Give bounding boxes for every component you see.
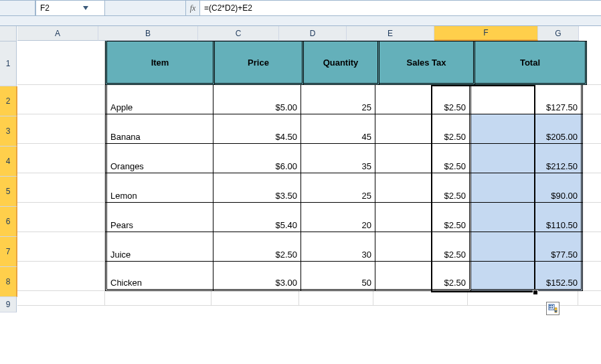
cell-F7[interactable]: $77.50 <box>471 232 583 262</box>
autofill-options-button[interactable] <box>546 302 560 315</box>
cell-A4[interactable] <box>17 144 105 173</box>
svg-rect-1 <box>549 305 551 306</box>
row-header-5[interactable]: 5 <box>0 177 17 207</box>
cell-A2[interactable] <box>17 85 105 114</box>
cell-B2[interactable]: Apple <box>105 85 213 114</box>
formula-input[interactable] <box>200 1 601 15</box>
cell-A8[interactable] <box>17 262 105 291</box>
name-box-value: F2 <box>40 3 70 13</box>
cell-E4[interactable]: $2.50 <box>375 144 471 173</box>
cell-B8[interactable]: Chicken <box>105 262 213 291</box>
cell-C2[interactable]: $5.00 <box>213 85 301 114</box>
col-header-B[interactable]: B <box>98 26 198 41</box>
cell-F6[interactable]: $110.50 <box>471 203 583 232</box>
cell-D6[interactable]: 20 <box>301 203 375 232</box>
cell-D3[interactable]: 45 <box>301 114 375 144</box>
fill-handle[interactable] <box>533 290 538 295</box>
cell-B1[interactable]: Item <box>105 41 215 85</box>
cell-G4[interactable] <box>583 144 601 173</box>
name-box-dropdown-icon[interactable] <box>70 3 100 13</box>
cell-C3[interactable]: $4.50 <box>213 114 301 144</box>
cell-B5[interactable]: Lemon <box>105 173 213 203</box>
cell-G9[interactable] <box>578 291 601 306</box>
cell-E9[interactable] <box>373 291 468 306</box>
cell-G8[interactable] <box>583 262 601 291</box>
name-box[interactable]: F2 <box>35 1 105 15</box>
cell-D1[interactable]: Quantity <box>304 41 379 85</box>
formula-bar: F2 fx <box>0 1 601 16</box>
svg-rect-2 <box>551 305 553 306</box>
cell-D8[interactable]: 50 <box>301 262 375 291</box>
cell-F3[interactable]: $205.00 <box>471 114 583 144</box>
row-header-2[interactable]: 2 <box>0 86 17 116</box>
cell-A3[interactable] <box>17 114 105 144</box>
cell-G7[interactable] <box>583 232 601 262</box>
cell-A1[interactable] <box>17 41 105 85</box>
cell-E7[interactable]: $2.50 <box>375 232 471 262</box>
cell-E5[interactable]: $2.50 <box>375 173 471 203</box>
cell-D2[interactable]: 25 <box>301 85 375 114</box>
cell-F4[interactable]: $212.50 <box>471 144 583 173</box>
cell-E2[interactable]: $2.50 <box>375 85 471 114</box>
cell-A6[interactable] <box>17 203 105 232</box>
cell-B4[interactable]: Oranges <box>105 144 213 173</box>
col-header-A[interactable]: A <box>17 26 98 41</box>
cell-D9[interactable] <box>299 291 373 306</box>
cell-G2[interactable] <box>583 85 601 114</box>
cell-C1[interactable]: Price <box>215 41 304 85</box>
cell-C9[interactable] <box>211 291 299 306</box>
autofill-options-icon <box>548 304 557 313</box>
cell-A9[interactable] <box>17 291 105 306</box>
col-header-E[interactable]: E <box>347 26 434 41</box>
row-header-9[interactable]: 9 <box>0 297 17 312</box>
cell-A5[interactable] <box>17 173 105 203</box>
row-header-7[interactable]: 7 <box>0 237 17 267</box>
row-header-8[interactable]: 8 <box>0 267 17 297</box>
cell-F5[interactable]: $90.00 <box>471 173 583 203</box>
cell-E1[interactable]: Sales Tax <box>379 41 475 85</box>
cell-C4[interactable]: $6.00 <box>213 144 301 173</box>
cell-G5[interactable] <box>583 173 601 203</box>
select-all-corner[interactable] <box>0 26 17 41</box>
svg-rect-3 <box>549 307 551 308</box>
cell-B7[interactable]: Juice <box>105 232 213 262</box>
cell-G3[interactable] <box>583 114 601 144</box>
cell-F2[interactable]: $127.50 <box>471 85 583 114</box>
spreadsheet-grid[interactable]: 1 2 3 4 5 6 7 8 9 A B C D E F G <box>0 26 601 312</box>
col-header-C[interactable]: C <box>198 26 279 41</box>
row-header-4[interactable]: 4 <box>0 147 17 177</box>
col-header-G[interactable]: G <box>538 26 579 41</box>
row-header-1[interactable]: 1 <box>0 41 17 86</box>
cell-D5[interactable]: 25 <box>301 173 375 203</box>
formula-bar-subbar <box>0 16 601 26</box>
cell-F8[interactable]: $152.50 <box>471 262 583 291</box>
cell-F1[interactable]: Total <box>475 41 587 85</box>
cell-E6[interactable]: $2.50 <box>375 203 471 232</box>
cell-G1[interactable] <box>587 41 601 85</box>
cell-C5[interactable]: $3.50 <box>213 173 301 203</box>
col-header-D[interactable]: D <box>279 26 347 41</box>
cell-B9[interactable] <box>105 291 211 306</box>
row-header-6[interactable]: 6 <box>0 207 17 237</box>
cell-D7[interactable]: 30 <box>301 232 375 262</box>
cell-E3[interactable]: $2.50 <box>375 114 471 144</box>
cell-D4[interactable]: 35 <box>301 144 375 173</box>
cell-B3[interactable]: Banana <box>105 114 213 144</box>
svg-rect-4 <box>551 307 553 308</box>
cell-C6[interactable]: $5.40 <box>213 203 301 232</box>
formula-bar-spacer <box>105 1 186 15</box>
cell-C7[interactable]: $2.50 <box>213 232 301 262</box>
cell-A7[interactable] <box>17 232 105 262</box>
cell-F9[interactable] <box>468 291 578 306</box>
cell-C8[interactable]: $3.00 <box>213 262 301 291</box>
row-header-3[interactable]: 3 <box>0 116 17 147</box>
col-header-F[interactable]: F <box>434 26 538 41</box>
cell-E8[interactable]: $2.50 <box>375 262 471 291</box>
cell-G6[interactable] <box>583 203 601 232</box>
fx-icon[interactable]: fx <box>186 1 200 15</box>
cell-B6[interactable]: Pears <box>105 203 213 232</box>
formula-bar-left-pad <box>0 1 35 15</box>
